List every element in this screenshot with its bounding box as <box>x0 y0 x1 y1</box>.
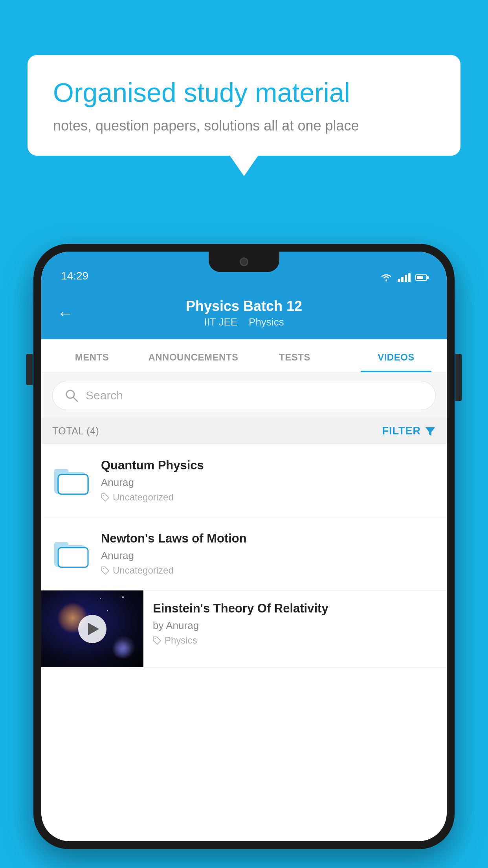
tab-ments[interactable]: MENTS <box>41 339 143 372</box>
status-bar: 14:29 <box>41 252 447 287</box>
video-item-newtons-laws[interactable]: Newton's Laws of Motion Anurag Uncategor… <box>41 517 447 590</box>
wifi-icon <box>380 273 393 282</box>
video-thumb-newtons <box>52 538 92 570</box>
video-title-newtons: Newton's Laws of Motion <box>101 531 436 546</box>
svg-point-13 <box>155 638 156 639</box>
camera-dot <box>240 257 248 266</box>
tag-label-einstein: Physics <box>165 635 197 646</box>
svg-line-2 <box>73 397 77 401</box>
video-thumb-quantum <box>52 465 92 497</box>
header-subtitle-tag1: IIT JEE <box>204 316 237 328</box>
search-input[interactable]: Search <box>86 389 123 402</box>
video-info-newtons: Newton's Laws of Motion Anurag Uncategor… <box>101 531 436 576</box>
header-subtitle-tag2: Physics <box>249 316 284 328</box>
app-header: ← Physics Batch 12 IIT JEE Physics <box>41 287 447 339</box>
tab-announcements[interactable]: ANNOUNCEMENTS <box>143 339 244 372</box>
filter-button[interactable]: FILTER <box>382 425 436 437</box>
folder-icon-quantum <box>54 465 90 497</box>
phone-inner: 14:29 <box>41 252 447 841</box>
svg-point-0 <box>385 280 387 281</box>
tag-label-quantum: Uncategorized <box>113 492 174 503</box>
video-info-einstein: Einstein's Theory Of Relativity by Anura… <box>143 590 447 657</box>
video-list: Quantum Physics Anurag Uncategorized <box>41 444 447 668</box>
video-title-einstein: Einstein's Theory Of Relativity <box>153 601 436 616</box>
header-subtitle: IIT JEE Physics <box>85 316 403 328</box>
svg-rect-11 <box>58 548 88 567</box>
svg-rect-7 <box>58 474 88 494</box>
filter-bar: TOTAL (4) FILTER <box>41 418 447 444</box>
tag-icon-einstein <box>153 636 161 645</box>
back-button[interactable]: ← <box>57 304 73 323</box>
phone-notch <box>209 252 279 272</box>
tag-icon-newtons <box>101 566 110 575</box>
speech-bubble: Organised study material notes, question… <box>28 55 460 156</box>
folder-icon-newtons <box>54 538 90 570</box>
video-title-quantum: Quantum Physics <box>101 458 436 473</box>
video-info-quantum: Quantum Physics Anurag Uncategorized <box>101 458 436 503</box>
video-author-newtons: Anurag <box>101 550 436 562</box>
status-icons <box>380 273 427 282</box>
search-container: Search <box>41 373 447 418</box>
video-tag-einstein: Physics <box>153 635 436 646</box>
tab-videos[interactable]: VIDEOS <box>345 339 447 372</box>
search-icon <box>64 388 79 403</box>
tag-icon-quantum <box>101 493 110 502</box>
video-thumbnail-einstein <box>41 590 143 667</box>
total-count: TOTAL (4) <box>52 425 99 437</box>
video-author-quantum: Anurag <box>101 476 436 489</box>
svg-point-8 <box>103 495 104 496</box>
header-title-block: Physics Batch 12 IIT JEE Physics <box>85 298 403 328</box>
svg-point-12 <box>103 568 104 569</box>
video-tag-quantum: Uncategorized <box>101 492 436 503</box>
play-button-einstein[interactable] <box>78 615 106 643</box>
speech-bubble-container: Organised study material notes, question… <box>28 55 460 156</box>
signal-icon <box>398 273 411 282</box>
tag-label-newtons: Uncategorized <box>113 565 174 576</box>
search-bar[interactable]: Search <box>52 381 436 410</box>
header-title: Physics Batch 12 <box>85 298 403 314</box>
svg-marker-3 <box>426 427 435 436</box>
video-tag-newtons: Uncategorized <box>101 565 436 576</box>
tab-tests[interactable]: TESTS <box>244 339 345 372</box>
video-item-quantum-physics[interactable]: Quantum Physics Anurag Uncategorized <box>41 444 447 517</box>
play-triangle-icon <box>88 623 99 635</box>
phone-outer: 14:29 <box>33 244 455 849</box>
video-author-einstein: by Anurag <box>153 620 436 632</box>
filter-icon <box>425 426 436 437</box>
speech-bubble-subtitle: notes, question papers, solutions all at… <box>53 118 435 134</box>
tabs-bar: MENTS ANNOUNCEMENTS TESTS VIDEOS <box>41 339 447 373</box>
video-item-einstein[interactable]: Einstein's Theory Of Relativity by Anura… <box>41 590 447 668</box>
battery-icon <box>415 274 427 281</box>
filter-label: FILTER <box>382 425 421 437</box>
phone-mockup: 14:29 <box>33 244 455 868</box>
speech-bubble-title: Organised study material <box>53 77 435 109</box>
